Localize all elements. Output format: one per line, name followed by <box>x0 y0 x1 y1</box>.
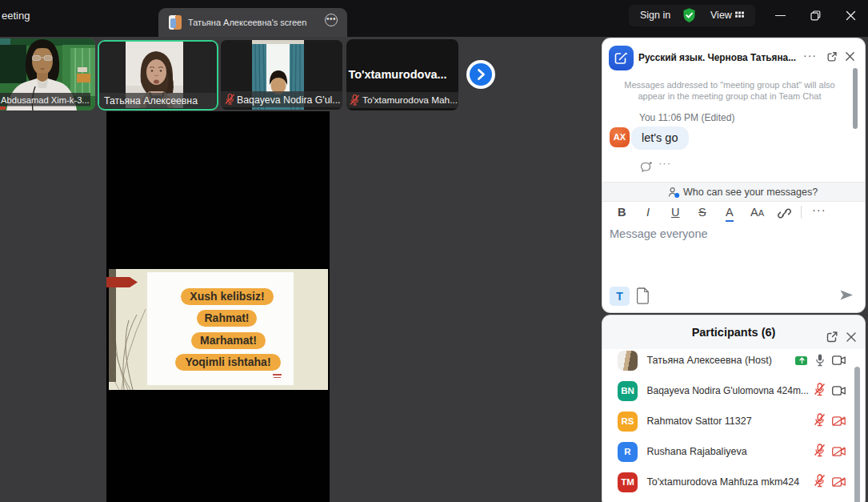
svg-text:Abdusamad Xim-k-3...: Abdusamad Xim-k-3... <box>1 95 90 105</box>
svg-text:Татьяна Алексеевна: Татьяна Алексеевна <box>104 95 198 106</box>
svg-text:Baqayeva Nodira G'ul...: Baqayeva Nodira G'ul... <box>237 94 340 106</box>
